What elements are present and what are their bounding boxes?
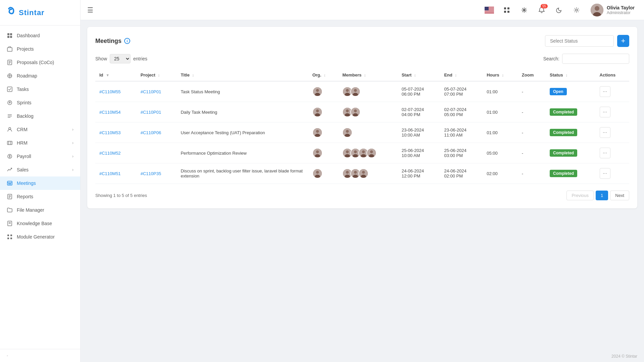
apps-button[interactable] [501, 4, 513, 16]
sidebar-item-tasks[interactable]: Tasks [0, 83, 80, 96]
settings-button[interactable] [571, 4, 583, 16]
meeting-status: Completed [546, 102, 596, 122]
table-row: #C110M52Performance Optimization Review … [95, 143, 629, 163]
hamburger-button[interactable]: ☰ [87, 6, 93, 14]
svg-point-64 [346, 89, 349, 92]
col-header-end[interactable]: End ↕ [440, 69, 483, 81]
svg-point-97 [370, 150, 373, 153]
col-header-hours[interactable]: Hours ↕ [483, 69, 518, 81]
page-1-button[interactable]: 1 [596, 191, 608, 200]
status-badge: Completed [550, 129, 577, 136]
grid-button[interactable] [518, 4, 530, 16]
header-icons: 55 Olivia Taylor Administrato [483, 2, 637, 18]
member-avatar [350, 107, 360, 117]
sidebar-item-projects[interactable]: Projects [0, 42, 80, 56]
entries-select[interactable]: 25 10 50 100 [110, 54, 131, 63]
member-avatar [358, 168, 368, 178]
sidebar-label-crm: CRM [17, 127, 28, 132]
col-header-org[interactable]: Org. ↕ [308, 69, 338, 81]
col-header-start[interactable]: Start ↕ [398, 69, 440, 81]
svg-rect-47 [485, 7, 489, 10]
next-button[interactable]: Next [610, 191, 629, 200]
org-avatars [308, 163, 338, 184]
sidebar-item-sales[interactable]: Sales › [0, 163, 80, 176]
sort-members-icon: ↕ [364, 73, 366, 77]
header: ☰ [81, 0, 644, 20]
sort-id-icon: ▼ [106, 73, 109, 77]
sort-status-icon: ↕ [565, 73, 567, 77]
col-header-actions: Actions [596, 69, 629, 81]
sort-project-icon: ↕ [158, 73, 160, 77]
user-profile[interactable]: Olivia Taylor Administrator [588, 2, 637, 18]
action-menu-button[interactable]: ··· [600, 86, 610, 97]
sprints-icon [7, 100, 13, 106]
meeting-id-link[interactable]: #C110M54 [99, 110, 121, 115]
members-avatars [338, 102, 398, 122]
svg-point-106 [354, 171, 357, 174]
meeting-id-link[interactable]: #C110M52 [99, 151, 121, 156]
project-link[interactable]: #C110P35 [141, 171, 161, 176]
sidebar-item-meetings[interactable]: Meetings [0, 176, 80, 190]
status-badge: Completed [550, 170, 577, 177]
search-input[interactable] [562, 54, 629, 64]
project-link[interactable]: #C110P01 [141, 110, 161, 115]
svg-rect-26 [7, 181, 12, 185]
showing-text: Showing 1 to 5 of 5 entries [95, 193, 147, 198]
sidebar-label-sales: Sales [17, 167, 29, 172]
sidebar-item-hrm[interactable]: HRM › [0, 136, 80, 150]
meeting-id-link[interactable]: #C110M53 [99, 130, 121, 135]
action-menu-button[interactable]: ··· [600, 168, 610, 179]
footer-text: 2024 © Stintar [611, 354, 637, 359]
svg-point-56 [576, 9, 578, 11]
footer: 2024 © Stintar [81, 351, 644, 362]
card-header: Meetings i + [95, 35, 629, 47]
sidebar-item-proposals[interactable]: Proposals (CoCo) [0, 56, 80, 69]
sidebar-label-file-manager: File Manager [17, 207, 44, 213]
members-avatars [338, 122, 398, 143]
notification-button[interactable]: 55 [536, 4, 548, 16]
col-header-title[interactable]: Title ↕ [177, 69, 308, 81]
sidebar-item-roadmap[interactable]: Roadmap [0, 69, 80, 83]
sidebar-item-knowledge-base[interactable]: Knowledge Base [0, 217, 80, 230]
sidebar-item-file-manager[interactable]: File Manager [0, 203, 80, 217]
project-link[interactable]: #C110P01 [141, 89, 161, 94]
sort-title-icon: ↕ [192, 73, 194, 77]
action-menu-button[interactable]: ··· [600, 127, 610, 138]
sidebar-item-module-generator[interactable]: Module Generator [0, 230, 80, 244]
sidebar-label-knowledge-base: Knowledge Base [17, 221, 52, 226]
col-header-members[interactable]: Members ↕ [338, 69, 398, 81]
meeting-id-link[interactable]: #C110M55 [99, 89, 121, 94]
col-header-status[interactable]: Status ↕ [546, 69, 596, 81]
card-actions: + [545, 35, 629, 47]
add-meeting-button[interactable]: + [617, 35, 629, 47]
col-header-id[interactable]: Id ▼ [95, 69, 137, 81]
table-row: #C110M53#C110P06User Acceptance Testing … [95, 122, 629, 143]
org-avatars [308, 143, 338, 163]
meetings-table: Id ▼ Project ↕ Title ↕ Org. ↕ Members ↕ … [95, 69, 629, 184]
select-status-input[interactable] [545, 35, 614, 47]
sidebar-label-hrm: HRM [17, 140, 28, 146]
meeting-actions: ··· [596, 122, 629, 143]
search-box: Search: [543, 54, 629, 64]
sidebar-item-backlog[interactable]: Backlog [0, 109, 80, 123]
sidebar-item-crm[interactable]: CRM › [0, 123, 80, 136]
svg-point-61 [316, 89, 319, 92]
action-menu-button[interactable]: ··· [600, 148, 610, 158]
meeting-title: User Acceptance Testing (UAT) Preparatio… [177, 122, 308, 143]
sidebar-item-reports[interactable]: Reports [0, 190, 80, 203]
flag-button[interactable] [483, 4, 495, 16]
previous-button[interactable]: Previous [566, 191, 594, 200]
col-header-project[interactable]: Project ↕ [137, 69, 177, 81]
svg-rect-0 [7, 33, 9, 35]
dark-mode-button[interactable] [553, 4, 565, 16]
info-icon[interactable]: i [124, 38, 130, 44]
search-label: Search: [543, 56, 559, 61]
proposals-icon [7, 59, 13, 65]
sidebar-item-payroll[interactable]: Payroll › [0, 150, 80, 163]
action-menu-button[interactable]: ··· [600, 107, 610, 117]
sidebar-item-dashboard[interactable]: Dashboard [0, 29, 80, 42]
sidebar-item-sprints[interactable]: Sprints [0, 96, 80, 109]
svg-point-91 [354, 150, 357, 153]
project-link[interactable]: #C110P06 [141, 130, 161, 135]
meeting-id-link[interactable]: #C110M51 [99, 171, 121, 176]
